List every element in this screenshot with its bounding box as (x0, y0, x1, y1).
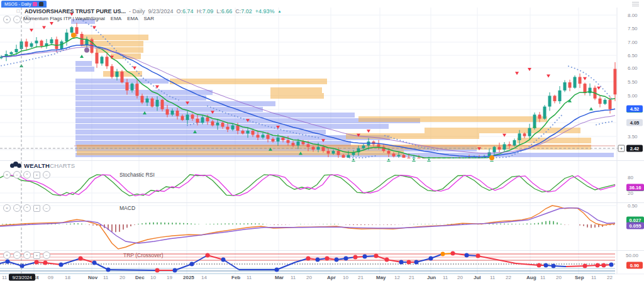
tab-tool-icon[interactable] (39, 2, 43, 6)
svg-text:Apr: Apr (327, 275, 336, 280)
collapse-icon[interactable]: − (13, 251, 21, 259)
ema1-label[interactable]: EMA (111, 16, 121, 21)
svg-text:10: 10 (150, 275, 156, 280)
logo-text-light: CHARTS (50, 162, 75, 169)
wealthcharts-logo: WEALTHCHARTS (10, 162, 75, 169)
more-icon[interactable]: − (43, 251, 50, 259)
svg-text:+: + (620, 146, 623, 151)
svg-text:10: 10 (343, 275, 348, 280)
more-icon[interactable]: − (43, 204, 50, 212)
svg-text:Nov: Nov (88, 275, 98, 280)
stoch-panel-label[interactable]: Stochastic RSI (119, 172, 155, 178)
svg-text:11: 11 (103, 275, 109, 280)
trp (0, 251, 615, 274)
chart-canvas[interactable]: 8.007.507.006.506.005.505.003.503.004.52… (0, 0, 644, 281)
svg-text:Feb: Feb (231, 275, 240, 280)
svg-text:7.00: 7.00 (628, 40, 638, 45)
svg-text:3.50: 3.50 (628, 134, 638, 140)
more-icon[interactable]: − (43, 171, 50, 179)
svg-text:0.90: 0.90 (630, 263, 640, 268)
panel-axes: 802036.160.500.0270.05550.000.90 (626, 175, 644, 269)
ohlc-open: O:6.74 (177, 8, 194, 14)
svg-text:18: 18 (65, 275, 70, 280)
svg-text:4.52: 4.52 (630, 106, 640, 112)
ohlc-low: L:6.66 (216, 8, 232, 14)
svg-text:80: 80 (628, 175, 633, 180)
instrument-title: ADVISORSHARES TRUST PURE US... (25, 8, 126, 14)
stoch-rsi (0, 175, 616, 196)
expand-icon[interactable]: + (33, 252, 40, 259)
collapse-icon[interactable]: − (13, 204, 21, 212)
svg-text:09: 09 (48, 275, 53, 280)
tab-flag-icon[interactable] (33, 2, 37, 6)
svg-text:5.50: 5.50 (628, 79, 638, 85)
gear-icon[interactable]: * (23, 171, 31, 179)
svg-text:12: 12 (394, 275, 400, 280)
expand-icon[interactable]: + (33, 205, 40, 212)
symbol-tab[interactable]: MSOS - Daily (1, 1, 47, 8)
eye-icon[interactable]: × (3, 171, 11, 179)
svg-text:6.50: 6.50 (628, 53, 638, 58)
gear-icon[interactable]: * (23, 204, 31, 212)
collapse-icon[interactable]: − (13, 16, 21, 23)
expand-icon[interactable]: + (33, 172, 40, 179)
svg-text:5.00: 5.00 (628, 93, 638, 99)
logo-text-bold: WEALTH (24, 162, 50, 169)
svg-text:Sep: Sep (575, 275, 584, 280)
momentum-flags-label[interactable]: Momentum Flags ITP | WealthSignal (23, 16, 105, 21)
svg-text:11: 11 (443, 275, 448, 280)
chart-period: - Daily (129, 8, 145, 14)
svg-text:20: 20 (556, 275, 562, 280)
sar-label[interactable]: SAR (144, 16, 154, 21)
svg-text:11: 11 (540, 275, 546, 280)
macd (0, 206, 616, 249)
svg-text:9/23/2024: 9/23/2024 (12, 275, 31, 280)
logo-icon (10, 162, 21, 169)
svg-text:8.00: 8.00 (628, 13, 638, 18)
svg-text:4.05: 4.05 (630, 120, 640, 126)
svg-text:14: 14 (201, 275, 207, 280)
svg-text:2025: 2025 (183, 275, 194, 280)
wealthcharts-app: 8.007.507.006.506.005.505.003.503.004.52… (0, 0, 644, 281)
macd-panel-label[interactable]: MACD (119, 205, 135, 211)
instrument-icon: □ (15, 8, 21, 14)
price-axis: 8.007.507.006.506.005.505.003.503.004.52… (618, 13, 643, 153)
svg-text:22: 22 (607, 275, 613, 280)
svg-text:0.055: 0.055 (630, 223, 641, 229)
svg-text:20: 20 (119, 275, 125, 280)
svg-text:May: May (376, 275, 386, 280)
time-axis: 11Oct0918Nov1120Dec1019202514Feb11Mar112… (0, 274, 644, 281)
eye-icon[interactable]: × (3, 251, 11, 259)
stoch-panel-controls: × − * + − (3, 171, 50, 179)
svg-text:Jul: Jul (474, 275, 481, 280)
trp-panel-controls: × − * + − (3, 251, 50, 259)
chart-title-row: □ ADVISORSHARES TRUST PURE US... - Daily… (15, 8, 281, 14)
svg-text:11: 11 (2, 275, 8, 280)
change-percent: +4.93% (255, 8, 275, 14)
svg-text:21: 21 (409, 275, 414, 280)
svg-text:6.00: 6.00 (628, 65, 638, 71)
layout-grid-icon[interactable] (632, 2, 639, 7)
gear-icon[interactable]: * (23, 251, 31, 259)
svg-text:11: 11 (247, 275, 252, 280)
svg-text:20: 20 (628, 190, 633, 196)
svg-text:36.16: 36.16 (630, 185, 641, 190)
svg-text:22: 22 (506, 275, 511, 280)
ema2-label[interactable]: EMA (127, 16, 138, 21)
svg-text:19: 19 (167, 275, 172, 280)
svg-text:11: 11 (591, 275, 597, 280)
svg-text:11: 11 (291, 275, 296, 280)
svg-text:11: 11 (490, 275, 496, 280)
svg-text:Dec: Dec (135, 275, 145, 280)
trp-panel-label[interactable]: TRP (Crossover) (123, 252, 164, 258)
eye-icon[interactable]: × (3, 16, 11, 23)
collapse-icon[interactable]: − (13, 171, 21, 179)
eye-icon[interactable]: × (3, 204, 11, 212)
svg-text:Aug: Aug (526, 275, 536, 280)
ohlc-high: H:7.09 (197, 8, 214, 14)
macd-panel-controls: × − * + − (3, 204, 50, 212)
svg-text:0.50: 0.50 (628, 203, 638, 209)
svg-text:50.00: 50.00 (626, 253, 639, 258)
svg-text:20: 20 (457, 275, 463, 280)
svg-text:7.50: 7.50 (628, 26, 638, 31)
